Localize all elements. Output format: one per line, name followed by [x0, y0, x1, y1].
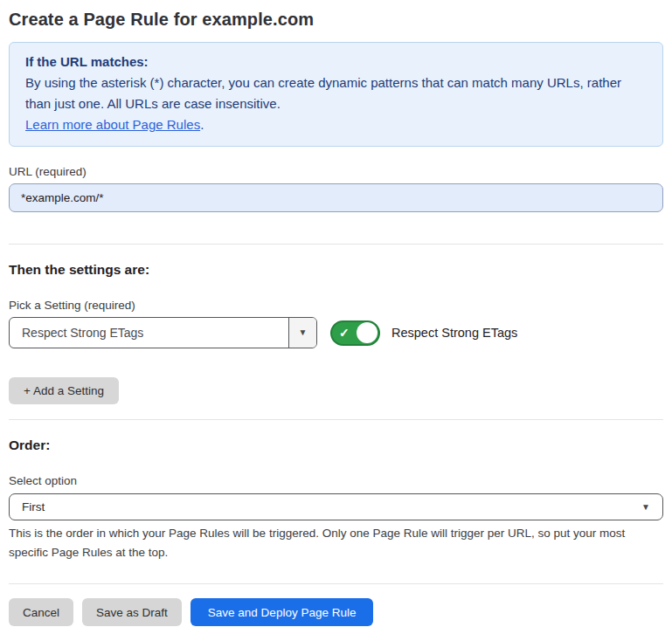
setting-select[interactable]: Respect Strong ETags ▼: [9, 317, 317, 348]
toggle-label: Respect Strong ETags: [391, 326, 517, 340]
setting-select-value: Respect Strong ETags: [10, 318, 288, 348]
etags-toggle[interactable]: ✓: [330, 320, 380, 346]
settings-heading: Then the settings are:: [9, 262, 663, 278]
section-divider: [9, 583, 663, 584]
cancel-button[interactable]: Cancel: [9, 598, 73, 626]
order-select-label: Select option: [9, 474, 663, 487]
order-help-text: This is the order in which your Page Rul…: [9, 524, 660, 562]
info-box-heading: If the URL matches:: [25, 52, 647, 72]
add-setting-button[interactable]: + Add a Setting: [9, 377, 119, 404]
order-select[interactable]: First ▼: [9, 493, 663, 520]
page-title: Create a Page Rule for example.com: [9, 10, 663, 30]
setting-row: Respect Strong ETags ▼ ✓ Respect Strong …: [9, 317, 663, 348]
setting-picker-label: Pick a Setting (required): [9, 299, 663, 312]
url-match-info-box: If the URL matches: By using the asteris…: [9, 42, 663, 147]
section-divider: [9, 419, 663, 420]
check-icon: ✓: [339, 326, 350, 340]
url-label: URL (required): [9, 165, 663, 178]
link-suffix: .: [200, 117, 204, 132]
info-box-link-line: Learn more about Page Rules.: [25, 114, 647, 135]
setting-select-arrow-button[interactable]: ▼: [288, 318, 316, 348]
section-divider: [9, 244, 663, 245]
learn-more-link[interactable]: Learn more about Page Rules: [25, 117, 200, 132]
order-select-value: First: [22, 500, 45, 513]
order-heading: Order:: [9, 438, 663, 453]
save-deploy-button[interactable]: Save and Deploy Page Rule: [191, 598, 374, 626]
url-input[interactable]: [9, 183, 663, 212]
info-box-body: By using the asterisk (*) character, you…: [25, 72, 647, 114]
caret-down-icon: ▼: [641, 503, 650, 512]
caret-down-icon: ▼: [299, 328, 308, 337]
create-page-rule-form: Create a Page Rule for example.com If th…: [0, 10, 672, 626]
toggle-knob: [357, 322, 378, 343]
save-draft-button[interactable]: Save as Draft: [82, 598, 182, 626]
action-buttons-row: Cancel Save as Draft Save and Deploy Pag…: [9, 598, 663, 626]
